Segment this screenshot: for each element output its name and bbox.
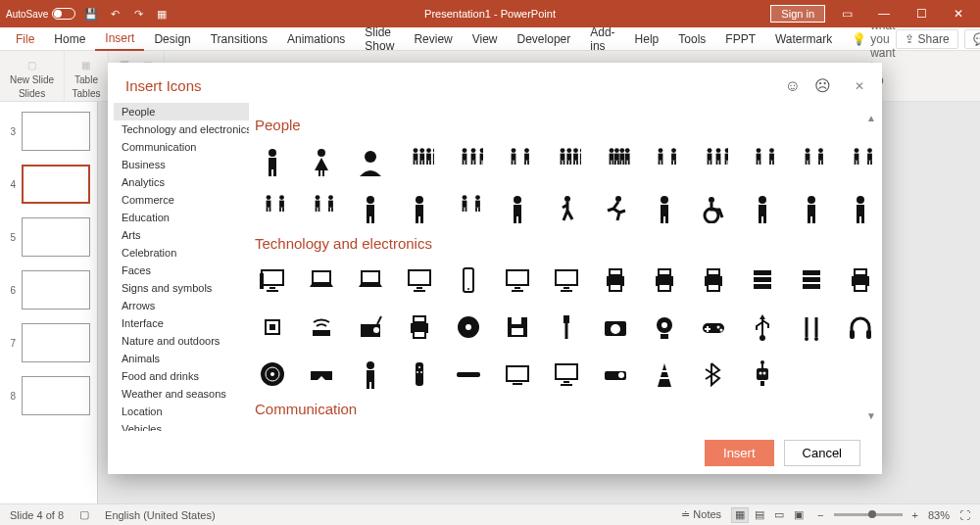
game-controller-icon[interactable] [694,309,733,346]
tab-developer[interactable]: Developer [508,28,581,50]
radio-icon[interactable] [351,309,390,346]
spellcheck-icon[interactable]: ▢ [79,508,89,521]
cancel-button[interactable]: Cancel [784,440,860,466]
category-item[interactable]: Celebration [114,244,249,262]
tab-transitions[interactable]: Transitions [201,28,277,50]
tab-insert[interactable]: Insert [95,27,144,51]
minimize-button[interactable]: — [868,4,900,24]
zoom-out-button[interactable]: − [817,509,823,521]
network-nodes-icon[interactable] [400,427,439,431]
category-item[interactable]: Vehicles [114,420,249,431]
group-five-icon[interactable] [596,143,635,180]
tab-fppt[interactable]: FPPT [715,28,765,50]
cloud-monitor-icon[interactable] [547,262,586,299]
slide-thumbnail-panel[interactable]: 3 4 5 6 7 8 [0,102,98,503]
redo-icon[interactable]: ↷ [130,6,146,22]
tab-animations[interactable]: Animations [277,28,355,50]
category-item[interactable]: Analytics [114,173,249,191]
category-item[interactable]: People [114,103,249,120]
server-stack-icon[interactable] [792,262,831,299]
person-walking-icon[interactable] [547,190,586,227]
parent-changing-baby-icon[interactable] [449,190,488,227]
remote-control-icon[interactable] [400,356,439,393]
zoom-slider[interactable] [834,513,903,516]
icon-gallery[interactable]: ▲▼ PeopleTechnology and electronicsCommu… [249,103,882,431]
projector-icon[interactable] [596,356,635,393]
printer-alt-icon[interactable] [645,262,684,299]
couple-crossed-icon[interactable] [792,143,831,180]
envelope-open-icon[interactable] [498,427,537,431]
speaker-podium-icon[interactable] [743,190,782,227]
chevron-up-icon[interactable]: ▲ [866,113,876,123]
category-item[interactable]: Interface [114,314,249,332]
user-bust-icon[interactable] [351,143,390,180]
category-list[interactable]: PeopleTechnology and electronicsCommunic… [114,103,249,431]
category-item[interactable]: Arts [114,226,249,244]
tv-icon[interactable] [498,356,537,393]
start-slideshow-icon[interactable]: ▦ [154,6,170,22]
tab-view[interactable]: View [463,28,508,50]
group-pair-icon[interactable] [498,143,537,180]
family-four-icon[interactable] [547,143,586,180]
slide-thumbnail[interactable]: 5 [0,217,97,257]
person-running-icon[interactable] [596,190,635,227]
tab-home[interactable]: Home [44,28,95,50]
wireless-router-icon[interactable] [302,309,341,346]
printer-receipt-icon[interactable] [400,309,439,346]
table-button[interactable]: ▦ Table [71,53,102,87]
desktop-computer-icon[interactable] [253,262,292,299]
language-status[interactable]: English (United States) [105,509,216,521]
sign-in-button[interactable]: Sign in [770,5,825,23]
headphone-jack-icon[interactable] [792,309,831,346]
monitor-icon[interactable] [400,262,439,299]
normal-view-icon[interactable]: ▦ [731,507,749,523]
tab-file[interactable]: File [6,28,44,50]
paper-plane-icon[interactable] [792,427,831,431]
reading-view-icon[interactable]: ▭ [770,507,788,523]
envelope-icon[interactable] [449,427,488,431]
scrollbar[interactable]: ▲▼ [866,113,876,421]
category-item[interactable]: Signs and symbols [114,279,249,297]
category-item[interactable]: Nature and outdoors [114,332,249,350]
postage-stamp-icon[interactable] [596,427,635,431]
vr-goggles-icon[interactable] [302,356,341,393]
couple-mixed-icon[interactable] [743,143,782,180]
category-item[interactable]: Faces [114,262,249,279]
zoom-in-button[interactable]: + [912,509,918,521]
notes-button[interactable]: ≐ Notes [681,508,721,521]
antenna-tower-icon[interactable] [645,356,684,393]
person-female-icon[interactable] [302,143,341,180]
slide-thumbnail[interactable]: 3 [0,112,97,151]
usb-symbol-icon[interactable] [743,309,782,346]
baby-sitting-icon[interactable] [351,190,390,227]
tab-tools[interactable]: Tools [668,28,715,50]
group-three-icon[interactable] [694,143,733,180]
couple-icon[interactable] [645,143,684,180]
close-window-button[interactable]: ✕ [943,4,974,24]
camera-icon[interactable] [596,309,635,346]
teacher-whiteboard-icon[interactable] [792,190,831,227]
laptop-icon[interactable] [302,262,341,299]
cloud-download-icon[interactable] [694,427,733,431]
projector-screen-icon[interactable] [547,356,586,393]
maximize-button[interactable]: ☐ [906,4,937,24]
group-four-icon[interactable] [400,143,439,180]
webcam-icon[interactable] [645,309,684,346]
slideshow-view-icon[interactable]: ▣ [790,507,808,523]
category-item[interactable]: Animals [114,350,249,367]
link-chain-icon[interactable] [743,427,782,431]
insert-button[interactable]: Insert [705,440,774,466]
feedback-happy-icon[interactable]: ☺ [785,77,801,95]
category-item[interactable]: Communication [114,138,249,156]
floppy-disk-icon[interactable] [498,309,537,346]
feedback-sad-icon[interactable]: ☹ [814,76,831,95]
category-item[interactable]: Business [114,156,249,173]
printer-icon[interactable] [596,262,635,299]
undo-icon[interactable]: ↶ [107,6,122,22]
download-icon[interactable] [645,427,684,431]
dialog-close-button[interactable]: ✕ [855,79,864,93]
speakers-icon[interactable] [351,356,390,393]
category-item[interactable]: Arrows [114,297,249,314]
group-trio-icon[interactable] [449,143,488,180]
category-item[interactable]: Commerce [114,191,249,209]
